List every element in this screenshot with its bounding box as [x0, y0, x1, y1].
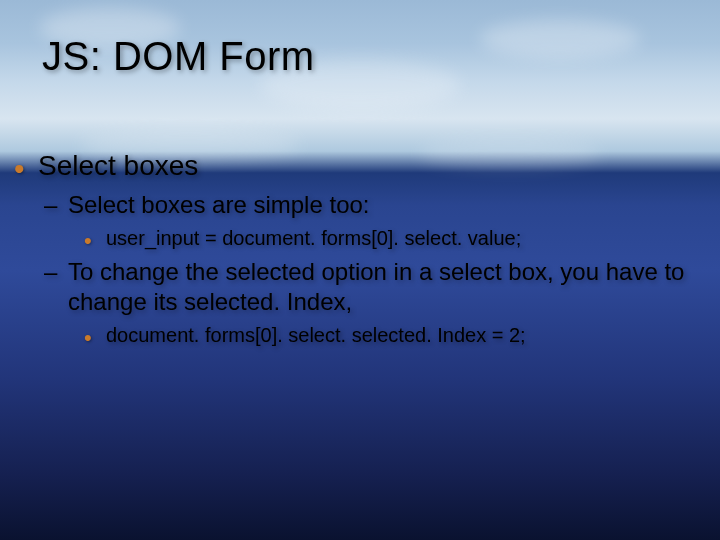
slide-content: Select boxes Select boxes are simple too…: [14, 150, 700, 348]
bullet-level2: Select boxes are simple too:: [14, 190, 700, 220]
bullet-level3-code: document. forms[0]. select. selected. In…: [14, 323, 700, 348]
slide-title: JS: DOM Form: [42, 34, 315, 79]
bullet-level1: Select boxes: [14, 150, 700, 182]
bullet-level3-code: user_input = document. forms[0]. select.…: [14, 226, 700, 251]
slide: JS: DOM Form Select boxes Select boxes a…: [0, 0, 720, 540]
bullet-level2: To change the selected option in a selec…: [14, 257, 700, 317]
